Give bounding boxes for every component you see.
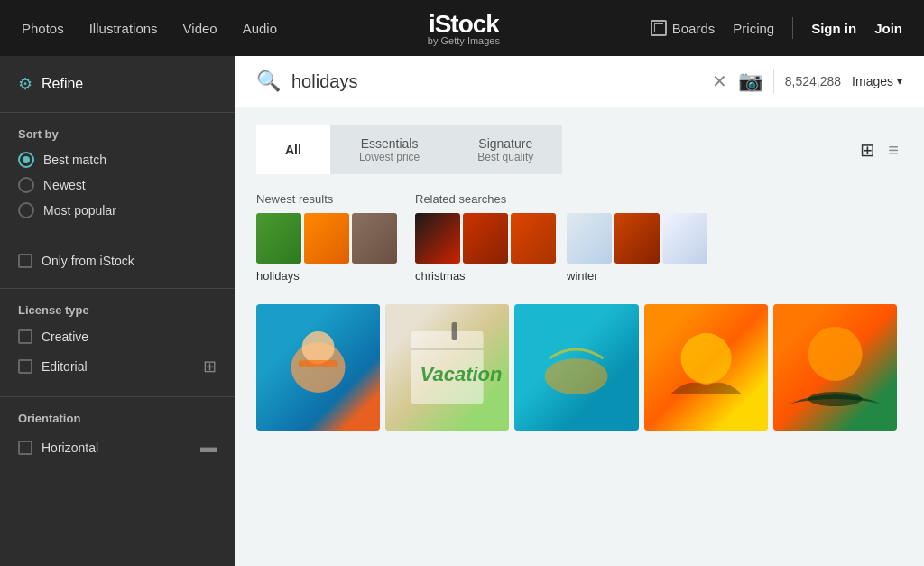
tab-signature[interactable]: Signature Best quality (448, 125, 562, 174)
camera-search-icon[interactable]: 📷 (738, 70, 762, 93)
image-tropical (514, 304, 638, 431)
sort-most-popular[interactable]: Most popular (18, 202, 217, 218)
join-button[interactable]: Join (874, 21, 902, 36)
holidays-suggestion[interactable] (256, 213, 397, 264)
holidays-thumb-3 (352, 213, 397, 264)
image-vacation: Vacation (385, 304, 509, 431)
horizontal-checkbox[interactable]: Horizontal ▬ (18, 436, 217, 459)
license-title: License type (18, 303, 217, 317)
image-kayak-sunset (773, 304, 897, 431)
nav-audio[interactable]: Audio (243, 21, 277, 36)
list-view-button[interactable]: ≡ (884, 135, 902, 164)
radio-newest (18, 177, 34, 193)
license-section: License type Creative Editorial ⊞ (0, 303, 235, 396)
search-bar: 🔍 ✕ 📷 8,524,288 Images ▾ (235, 56, 924, 107)
christmas-suggestion[interactable] (415, 213, 556, 264)
refine-icon: ⚙ (18, 74, 32, 94)
radio-most-popular (18, 202, 34, 218)
newest-results-group: Newest results holidays (256, 192, 397, 283)
horizontal-row: Horizontal ▬ (42, 438, 217, 457)
svg-point-9 (808, 327, 862, 381)
search-icon: 🔍 (256, 70, 281, 93)
holidays-thumb-2 (304, 213, 349, 264)
image-grid: Vacation (256, 304, 902, 431)
main-layout: ⚙ Refine Sort by Best match Newest Most … (0, 56, 924, 566)
svg-point-8 (680, 333, 731, 384)
topnav-left: Photos Illustrations Video Audio (22, 21, 277, 36)
tab-all[interactable]: All (256, 125, 330, 174)
image-card-5[interactable] (773, 304, 897, 431)
sidebar-divider-3 (0, 288, 235, 289)
image-card-1[interactable] (256, 304, 380, 431)
svg-point-7 (545, 358, 608, 394)
winter-suggestion[interactable] (567, 213, 707, 264)
view-toggle: ⊞ ≡ (856, 135, 902, 164)
signin-button[interactable]: Sign in (811, 21, 856, 36)
holidays-label: holidays (256, 269, 397, 283)
svg-point-1 (302, 331, 335, 364)
sidebar: ⚙ Refine Sort by Best match Newest Most … (0, 56, 235, 566)
editorial-checkbox[interactable]: Editorial ⊞ (18, 355, 217, 378)
results-area: All Essentials Lowest price Signature Be… (235, 107, 924, 449)
checkbox-only-from (18, 254, 32, 268)
result-count: 8,524,288 (785, 74, 841, 88)
svg-point-10 (808, 392, 862, 406)
topnav-right: Boards Pricing Sign in Join (651, 17, 902, 39)
clear-search-button[interactable]: ✕ (712, 70, 727, 92)
tabs-group: All Essentials Lowest price Signature Be… (256, 125, 562, 174)
creative-checkbox[interactable]: Creative (18, 328, 217, 346)
related-searches-group: Related searches christmas (415, 192, 707, 283)
winter-thumb-3 (662, 213, 707, 264)
nav-divider (792, 17, 793, 39)
tabs-and-view-row: All Essentials Lowest price Signature Be… (256, 125, 902, 174)
winter-thumb-2 (614, 213, 660, 264)
boards-link[interactable]: Boards (651, 20, 716, 36)
dropdown-arrow-icon: ▾ (897, 75, 902, 88)
christmas-label: christmas (415, 269, 556, 283)
boards-icon (651, 20, 667, 36)
holidays-thumb-1 (256, 213, 301, 264)
topnav: Photos Illustrations Video Audio iStock … (0, 0, 924, 56)
sort-options: Best match Newest Most popular (18, 152, 217, 218)
image-card-2[interactable]: Vacation (385, 304, 509, 431)
image-sunset-beach (644, 304, 768, 431)
winter-label: winter (567, 269, 707, 283)
sidebar-divider-4 (0, 396, 235, 397)
list-icon: ≡ (888, 140, 899, 160)
sort-newest[interactable]: Newest (18, 177, 217, 193)
newest-results-title: Newest results (256, 192, 397, 206)
christmas-thumb-3 (511, 213, 556, 264)
checkbox-creative (18, 329, 32, 344)
nav-illustrations[interactable]: Illustrations (89, 21, 158, 36)
grid-view-button[interactable]: ⊞ (856, 135, 879, 164)
image-underwater (256, 304, 380, 431)
nav-photos[interactable]: Photos (22, 21, 64, 36)
radio-best-match (18, 152, 34, 168)
pricing-link[interactable]: Pricing (733, 21, 774, 36)
image-card-3[interactable] (514, 304, 638, 431)
christmas-thumb-1 (415, 213, 460, 264)
svg-rect-2 (299, 360, 338, 367)
orientation-section: Orientation Horizontal ▬ (0, 412, 235, 477)
main-content: 🔍 ✕ 📷 8,524,288 Images ▾ All Essentials (235, 56, 924, 566)
refine-label: Refine (42, 76, 83, 92)
sidebar-divider-1 (0, 112, 235, 113)
winter-thumb-1 (567, 213, 612, 264)
horizontal-icon: ▬ (200, 438, 217, 457)
nav-video[interactable]: Video (183, 21, 217, 36)
sort-section: Sort by Best match Newest Most popular (0, 127, 235, 237)
refine-button[interactable]: ⚙ Refine (0, 74, 235, 112)
images-dropdown[interactable]: Images ▾ (852, 74, 902, 88)
editorial-info-icon[interactable]: ⊞ (203, 357, 217, 376)
svg-rect-6 (452, 322, 457, 340)
editorial-row: Editorial ⊞ (42, 357, 217, 376)
search-input[interactable] (291, 71, 701, 92)
istock-logo[interactable]: iStock by Getty Images (428, 10, 500, 46)
topnav-logo-area: iStock by Getty Images (302, 10, 625, 46)
sidebar-divider-2 (0, 237, 235, 237)
image-card-4[interactable] (644, 304, 768, 431)
tab-essentials[interactable]: Essentials Lowest price (330, 125, 448, 174)
orientation-title: Orientation (18, 412, 217, 425)
sort-best-match[interactable]: Best match (18, 152, 217, 168)
only-from-istock-checkbox[interactable]: Only from iStock (18, 252, 217, 270)
